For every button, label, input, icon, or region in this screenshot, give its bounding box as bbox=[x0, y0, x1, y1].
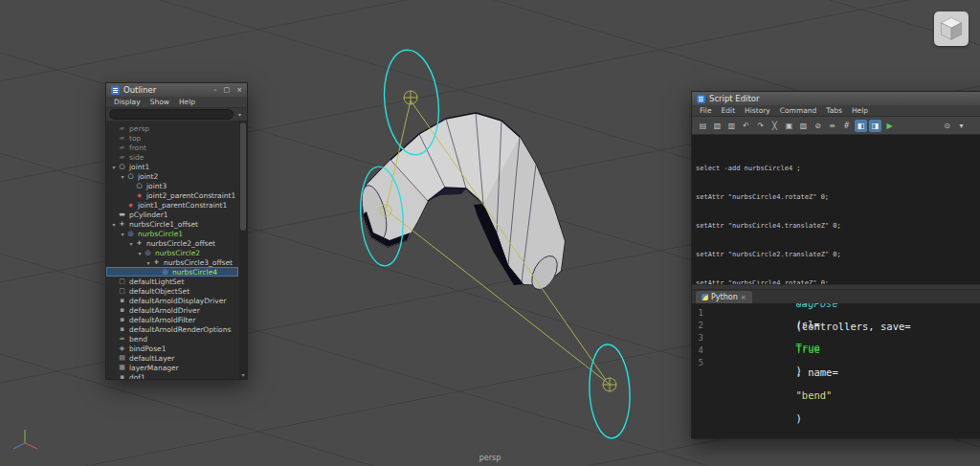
new-script-icon[interactable]: ▤ bbox=[697, 120, 709, 132]
outliner-item[interactable]: bend bbox=[106, 334, 238, 344]
history-pane[interactable]: select -add nurbsCircle4 ; setAttr "nurb… bbox=[692, 135, 980, 284]
outliner-item[interactable]: defaultLightSet bbox=[106, 277, 238, 286]
outliner-item[interactable]: bindPose1 bbox=[106, 344, 238, 353]
expand-arrow-icon[interactable]: ▾ bbox=[110, 164, 118, 170]
outliner-titlebar[interactable]: Outliner – ▢ × bbox=[106, 83, 247, 97]
script-editor-menu-item[interactable]: File bbox=[695, 106, 717, 115]
line-number: 2 bbox=[692, 321, 703, 330]
item-type-icon bbox=[135, 181, 144, 190]
expand-arrow-icon[interactable]: ▾ bbox=[110, 221, 118, 228]
save-script-icon[interactable]: ▥ bbox=[725, 120, 738, 132]
outliner-item[interactable]: joint2_parentConstraint1 bbox=[106, 190, 238, 200]
outliner-item[interactable]: joint1_parentConstraint1 bbox=[106, 200, 238, 210]
outliner-item[interactable]: ▾ nurbsCircle2_offset bbox=[106, 238, 238, 248]
script-editor-menu-item[interactable]: Tabs bbox=[821, 106, 847, 115]
outliner-item[interactable]: top bbox=[106, 133, 238, 143]
item-label: defaultLightSet bbox=[129, 277, 184, 286]
code-segment: True bbox=[796, 344, 820, 355]
outliner-item[interactable]: defaultArnoldRenderOptions bbox=[106, 324, 238, 334]
script-editor-menu-item[interactable]: History bbox=[740, 106, 775, 115]
item-type-icon bbox=[118, 162, 126, 171]
outliner-tree[interactable]: persp top front side bbox=[106, 122, 247, 379]
outliner-item[interactable]: ▾ nurbsCircle1_offset bbox=[106, 219, 238, 229]
outliner-item[interactable]: defaultLayer bbox=[106, 353, 238, 363]
copy-icon[interactable]: ▣ bbox=[783, 120, 795, 132]
outliner-item[interactable]: joint3 bbox=[106, 181, 238, 190]
outliner-item[interactable]: front bbox=[106, 143, 238, 152]
line-number: 5 bbox=[692, 358, 703, 367]
scrollbar-thumb[interactable] bbox=[240, 122, 246, 231]
item-type-icon bbox=[118, 296, 126, 305]
outliner-menu-item[interactable]: Show bbox=[145, 98, 174, 106]
search-input[interactable] bbox=[109, 109, 234, 120]
outliner-item[interactable]: defaultObjectSet bbox=[106, 286, 238, 296]
outliner-item[interactable]: ▾ nurbsCircle2 bbox=[106, 248, 238, 257]
outliner-item[interactable]: layerManager bbox=[106, 363, 238, 372]
tooltips-toggle-icon[interactable]: ◧ bbox=[855, 120, 867, 132]
redo-icon[interactable]: ↷ bbox=[754, 120, 767, 132]
view-cube[interactable] bbox=[934, 11, 969, 46]
undo-icon[interactable]: ↶ bbox=[740, 120, 752, 132]
outliner-item[interactable]: pCylinder1 bbox=[106, 210, 238, 219]
code-segment: ) bbox=[796, 412, 802, 424]
outliner-app-icon bbox=[111, 86, 120, 95]
echo-all-commands-icon[interactable]: ≡ bbox=[826, 120, 838, 132]
item-type-icon bbox=[152, 257, 161, 267]
outliner-item[interactable]: ▾ joint2 bbox=[106, 171, 238, 181]
script-editor-titlebar[interactable]: Script Editor bbox=[692, 92, 980, 105]
expand-arrow-icon[interactable]: ▾ bbox=[119, 231, 126, 237]
outliner-item[interactable]: persp bbox=[106, 123, 238, 133]
execute-all-icon[interactable]: ▶ bbox=[883, 120, 896, 132]
outliner-item[interactable]: ▾ nurbsCircle1 bbox=[106, 229, 238, 238]
close-button[interactable]: × bbox=[236, 83, 242, 97]
outliner-item[interactable]: defaultArnoldDisplayDriver bbox=[106, 296, 238, 305]
maximize-button[interactable]: ▢ bbox=[224, 83, 231, 97]
paste-icon[interactable]: ▨ bbox=[797, 120, 810, 132]
outliner-menu-item[interactable]: Help bbox=[174, 98, 200, 106]
completion-toggle-icon[interactable]: ◨ bbox=[869, 120, 881, 132]
polygon-mesh[interactable] bbox=[357, 113, 565, 294]
item-label: nurbsCircle4 bbox=[172, 268, 217, 277]
outliner-item[interactable]: side bbox=[106, 152, 238, 162]
item-label: front bbox=[129, 144, 146, 152]
cut-icon[interactable]: ╳ bbox=[768, 120, 781, 132]
expand-arrow-icon[interactable]: ▾ bbox=[136, 250, 144, 256]
open-script-icon[interactable]: ▧ bbox=[711, 120, 724, 132]
outliner-item[interactable]: defaultArnoldDriver bbox=[106, 305, 238, 315]
item-type-icon bbox=[118, 363, 126, 372]
filter-icon[interactable] bbox=[235, 111, 244, 118]
expand-arrow-icon[interactable]: ▾ bbox=[127, 240, 135, 247]
outliner-item[interactable]: defaultArnoldFilter bbox=[106, 315, 238, 324]
options-icon[interactable]: ▾ bbox=[955, 120, 968, 132]
outliner-item[interactable]: ▾ joint1 bbox=[106, 162, 238, 171]
item-label: bindPose1 bbox=[129, 344, 167, 353]
outliner-item[interactable]: nurbsCircle4 bbox=[106, 267, 238, 277]
outliner-scrollbar[interactable]: ▾ bbox=[239, 121, 247, 379]
clear-history-icon[interactable]: ⊘ bbox=[812, 120, 824, 132]
script-editor-menu-item[interactable]: Help bbox=[847, 106, 873, 115]
tab-label: Python bbox=[711, 293, 738, 301]
outliner-item[interactable]: ▾ nurbsCircle3_offset bbox=[106, 257, 238, 267]
item-type-icon bbox=[144, 248, 152, 257]
item-type-icon bbox=[135, 190, 144, 200]
scroll-down-icon[interactable]: ▾ bbox=[239, 370, 247, 379]
script-editor-menubar: File Edit History Command Tabs Help bbox=[692, 105, 980, 117]
minimize-button[interactable]: – bbox=[213, 83, 217, 97]
item-type-icon bbox=[118, 344, 126, 353]
search-icon[interactable]: ⊙ bbox=[941, 120, 953, 132]
line-numbers-icon[interactable]: # bbox=[840, 120, 853, 132]
outliner-item[interactable]: dof1 bbox=[106, 372, 238, 379]
outliner-menu-item[interactable]: Display bbox=[109, 98, 145, 106]
history-line: setAttr "nurbsCircle4.translateZ" 0; bbox=[696, 223, 980, 231]
view-cube-icon bbox=[937, 14, 966, 43]
tab-close-icon[interactable]: × bbox=[741, 294, 746, 301]
script-editor-menu-item[interactable]: Command bbox=[775, 106, 822, 115]
python-input-pane[interactable]: 1 controllers = cmds. ls (sl= True ) bbox=[692, 303, 980, 438]
expand-arrow-icon[interactable]: ▾ bbox=[119, 173, 126, 180]
item-label: defaultArnoldFilter bbox=[129, 316, 195, 324]
script-editor-menu-item[interactable]: Edit bbox=[717, 106, 741, 115]
item-label: nurbsCircle2_offset bbox=[146, 239, 215, 248]
item-label: joint2 bbox=[138, 172, 158, 181]
tab-python[interactable]: Python × bbox=[696, 291, 752, 303]
expand-arrow-icon[interactable]: ▾ bbox=[145, 259, 152, 266]
